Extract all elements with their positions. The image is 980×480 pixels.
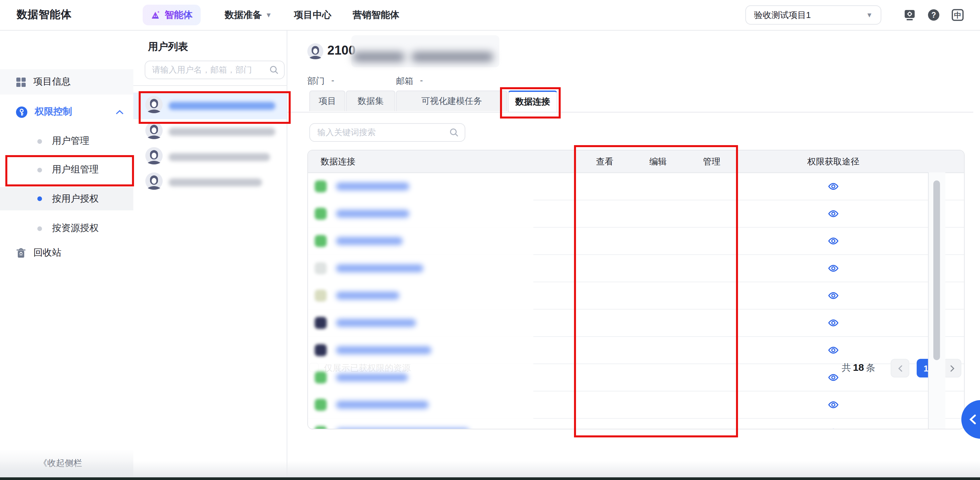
permission-path-eye-icon[interactable]	[739, 181, 928, 192]
search-icon[interactable]	[269, 65, 278, 74]
sidebar-item-user-management[interactable]: 用户管理	[0, 129, 133, 153]
grid-icon	[16, 77, 26, 87]
connection-name-cell[interactable]	[308, 290, 535, 302]
permission-path-eye-icon[interactable]	[739, 290, 928, 301]
user-avatar-icon	[145, 173, 163, 192]
column-header-edit: 编辑	[632, 155, 685, 168]
connection-name-cell[interactable]	[308, 399, 535, 411]
email-label: 邮箱	[396, 75, 413, 87]
connection-name-cell[interactable]	[308, 262, 535, 274]
bullet-active-icon	[37, 196, 42, 201]
connection-name-cell[interactable]	[308, 426, 535, 429]
chevron-right-icon	[949, 364, 955, 372]
connection-name-cell[interactable]	[308, 317, 535, 329]
help-icon[interactable]: ?	[927, 8, 941, 22]
user-avatar-icon	[145, 147, 163, 167]
connection-name-cell[interactable]	[308, 235, 535, 247]
divider	[133, 85, 287, 86]
connection-name-cell[interactable]	[308, 371, 535, 383]
connection-type-icon	[315, 290, 327, 302]
redacted-user-name	[169, 128, 275, 136]
tab-data-connections[interactable]: 数据连接	[508, 90, 557, 112]
column-header-name: 数据连接	[308, 155, 535, 168]
project-select[interactable]: 验收测试项目1 ▼	[745, 5, 881, 25]
nav-item-agent-label: 智能体	[165, 9, 192, 21]
nav-item-data-prep[interactable]: 数据准备 ▼	[225, 0, 272, 30]
user-list-item[interactable]	[133, 170, 287, 195]
permission-path-eye-icon[interactable]	[739, 263, 928, 274]
key-icon	[16, 106, 27, 117]
permission-path-eye-icon[interactable]	[739, 345, 928, 355]
prev-page-button[interactable]	[891, 359, 909, 377]
scrollbar-thumb[interactable]	[933, 181, 940, 360]
email-value: -	[420, 75, 423, 85]
connection-type-icon	[315, 181, 327, 192]
user-avatar-icon	[145, 122, 163, 142]
sidebar: 项目信息 权限控制 用户管理 用户组管理 按用户授	[0, 30, 134, 480]
sidebar-item-grant-by-user[interactable]: 按用户授权	[0, 187, 133, 211]
sidebar-item-grant-by-resource[interactable]: 按资源授权	[0, 216, 133, 240]
connection-name-cell[interactable]	[308, 208, 535, 220]
sidebar-item-user-group-management[interactable]: 用户组管理	[0, 158, 133, 182]
permission-path-eye-icon[interactable]	[739, 427, 928, 429]
top-navbar: 数据智能体 智能体 数据准备 ▼ 项目中心 营销智能体 验收测试项目1 ▼	[0, 0, 980, 31]
user-list-item[interactable]	[133, 144, 287, 170]
brand-title: 数据智能体	[17, 8, 72, 22]
column-header-view: 查看	[578, 155, 632, 168]
connection-name-cell[interactable]	[308, 344, 535, 356]
nav-item-marketing-agent[interactable]: 营销智能体	[353, 0, 399, 30]
tab-visual-modeling[interactable]: 可视化建模任务	[396, 90, 508, 111]
tab-datasets[interactable]: 数据集	[346, 90, 395, 111]
keyword-search-input[interactable]	[316, 127, 449, 138]
redacted-name-segment	[353, 52, 405, 62]
connections-table: 数据连接 查看 编辑 管理 权限获取途径	[307, 150, 965, 429]
permission-path-eye-icon[interactable]	[739, 399, 928, 410]
language-zh-icon[interactable]: 中	[951, 8, 965, 22]
profile-avatar	[307, 43, 323, 62]
connection-row	[308, 255, 964, 282]
user-search-input[interactable]	[151, 65, 269, 75]
permission-path-eye-icon[interactable]	[739, 208, 928, 219]
main-panel: 2100 部门 - 邮箱 - 项目 数据集 可视化建模任务 数据连接 数据连	[287, 30, 980, 480]
scrollbar-track[interactable]	[928, 173, 945, 429]
connection-type-icon	[315, 344, 327, 356]
total-count: 共18条	[842, 361, 875, 374]
redacted-connection-name	[336, 428, 469, 429]
console-settings-icon[interactable]	[903, 8, 917, 22]
user-avatar-icon	[145, 96, 163, 116]
user-list-item[interactable]	[133, 119, 287, 144]
sidebar-item-recycle-bin[interactable]: 回收站	[0, 241, 133, 265]
redacted-connection-name	[336, 346, 431, 354]
bullet-icon	[37, 168, 42, 172]
redacted-connection-name	[336, 210, 409, 218]
next-page-button[interactable]	[943, 359, 961, 377]
connection-row	[308, 310, 964, 337]
user-list-panel: 用户列表	[133, 30, 287, 480]
user-list-item[interactable]	[133, 92, 287, 119]
redacted-connection-name	[336, 374, 408, 382]
table-header: 数据连接 查看 编辑 管理 权限获取途径	[308, 150, 964, 173]
trash-icon	[16, 248, 26, 258]
redacted-connection-name	[336, 182, 409, 190]
nav-item-project-center[interactable]: 项目中心	[294, 0, 331, 30]
collapse-sidebar-button[interactable]: 《收起侧栏	[0, 449, 133, 477]
sidebar-item-permission-control[interactable]: 权限控制	[0, 99, 133, 125]
permission-path-eye-icon[interactable]	[739, 318, 928, 328]
granted-only-checkbox[interactable]	[309, 363, 319, 372]
redacted-connection-name	[336, 291, 399, 299]
search-icon[interactable]	[449, 128, 459, 137]
redacted-name-segment	[411, 52, 493, 62]
connection-name-cell[interactable]	[308, 181, 535, 192]
bullet-icon	[37, 226, 42, 231]
tab-projects[interactable]: 项目	[309, 90, 345, 111]
sidebar-item-project-info[interactable]: 项目信息	[0, 69, 133, 95]
nav-item-agent[interactable]: 智能体	[143, 5, 200, 25]
redacted-connection-name	[336, 401, 429, 409]
redacted-user-name	[169, 178, 262, 186]
connection-type-icon	[315, 371, 327, 383]
connection-row	[308, 282, 964, 310]
connection-row	[308, 173, 964, 200]
redacted-user-name	[169, 153, 270, 161]
table-body	[308, 173, 964, 429]
permission-path-eye-icon[interactable]	[739, 236, 928, 246]
